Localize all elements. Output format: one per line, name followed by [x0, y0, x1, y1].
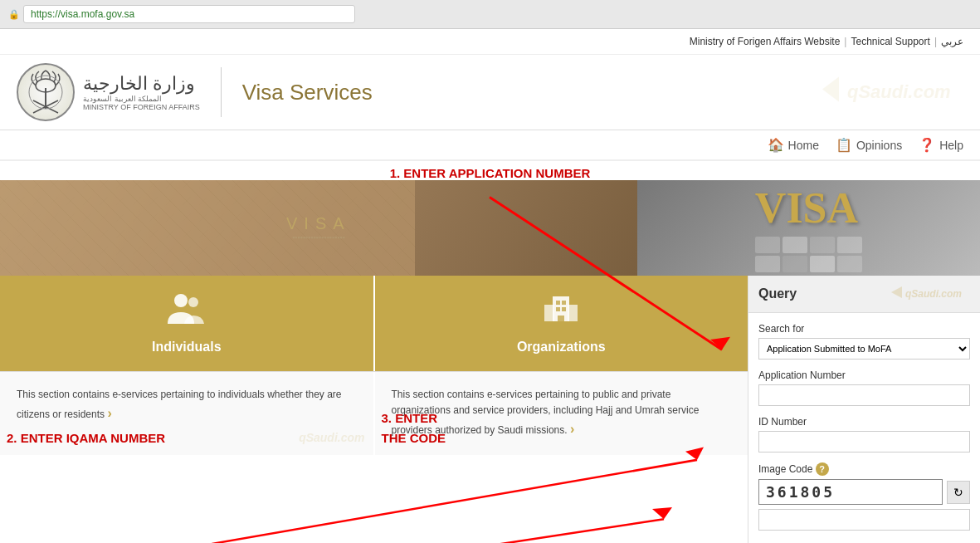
logo-area: وزارة الخارجية المملكة العربية السعودية … — [17, 63, 373, 121]
id-number-input[interactable] — [758, 431, 970, 452]
organizations-label: Organizations — [517, 340, 606, 355]
browser-bar: 🔒 https://visa.mofa.gov.sa — [0, 0, 980, 29]
annotation-step2-text: 2. ENTER IQAMA NUMBER — [7, 428, 165, 448]
nav-help-label: Help — [939, 139, 963, 152]
hero-banner: VISA ▪▪▪▪▪▪▪▪▪▪▪▪▪▪▪▪▪▪▪▪ VISA — [0, 180, 980, 276]
hero-left: VISA ▪▪▪▪▪▪▪▪▪▪▪▪▪▪▪▪▪▪▪▪ — [0, 180, 637, 276]
help-icon: ❓ — [919, 137, 935, 153]
nav-help[interactable]: ❓ Help — [919, 137, 963, 153]
id-number-row: ID Number — [758, 416, 970, 452]
visa-stamp: VISA — [755, 183, 862, 232]
individuals-read-more[interactable]: › — [107, 406, 111, 420]
opinions-icon: 📋 — [836, 137, 852, 153]
hero-right: VISA — [637, 180, 980, 276]
right-panel: Query qSaudi.com Search for Application … — [748, 276, 980, 543]
category-row: Individuals — [0, 276, 748, 372]
svg-point-12 — [188, 297, 198, 307]
individuals-icon — [166, 292, 207, 333]
image-code-row: Image Code ? 361805 ↻ — [758, 462, 970, 531]
refresh-captcha-btn[interactable]: ↻ — [947, 481, 970, 504]
individuals-desc-text: This section contains e-services pertain… — [17, 389, 342, 420]
individuals-category[interactable]: Individuals — [0, 276, 375, 371]
individuals-desc: This section contains e-services pertain… — [0, 372, 375, 455]
header: وزارة الخارجية المملكة العربية السعودية … — [0, 55, 980, 130]
application-number-row: Application Number — [758, 369, 970, 406]
organizations-category[interactable]: Organizations — [375, 276, 748, 371]
emblem — [17, 63, 75, 121]
left-panel: Individuals — [0, 276, 748, 543]
header-watermark: qSaudi.com — [814, 69, 963, 116]
id-number-label: ID Number — [758, 416, 970, 428]
desc-watermark-1: qSaudi.com — [299, 428, 364, 447]
logo-subtitle1: المملكة العربية السعودية — [83, 95, 200, 103]
captcha-row: 361805 ↻ — [758, 479, 970, 505]
svg-marker-6 — [822, 77, 839, 102]
captcha-display: 361805 — [758, 479, 943, 505]
svg-marker-21 — [891, 286, 902, 298]
search-for-label: Search for — [758, 323, 970, 335]
nav-home-label: Home — [788, 139, 819, 152]
svg-rect-19 — [562, 307, 566, 311]
svg-text:qSaudi.com: qSaudi.com — [847, 81, 951, 102]
individuals-label: Individuals — [152, 340, 222, 355]
visa-title: Visa Services — [242, 80, 373, 105]
nav-home[interactable]: 🏠 Home — [768, 137, 819, 153]
svg-rect-18 — [556, 307, 560, 311]
url-bar[interactable]: https://visa.mofa.gov.sa — [23, 5, 355, 23]
annotation-step3-text: 3. ENTERTHE CODE — [382, 408, 446, 448]
header-divider — [221, 67, 222, 117]
main-overlay: VISA ▪▪▪▪▪▪▪▪▪▪▪▪▪▪▪▪▪▪▪▪ VISA — [0, 180, 980, 543]
application-number-input[interactable] — [758, 384, 970, 406]
query-header: Query qSaudi.com — [748, 276, 980, 313]
technical-support-link[interactable]: Technical Support — [851, 36, 929, 47]
nav-opinions[interactable]: 📋 Opinions — [836, 137, 902, 153]
application-number-label: Application Number — [758, 369, 970, 381]
captcha-input[interactable] — [758, 509, 970, 531]
query-watermark: qSaudi.com — [887, 282, 970, 306]
logo-arabic: وزارة الخارجية — [83, 73, 200, 95]
desc-row: This section contains e-services pertain… — [0, 372, 748, 455]
search-for-select[interactable]: Application Submitted to MoFAApplication… — [758, 338, 970, 360]
search-for-row: Search for Application Submitted to MoFA… — [758, 323, 970, 360]
logo-text: وزارة الخارجية المملكة العربية السعودية … — [83, 73, 200, 111]
logo-subtitle2: MINISTRY OF FOREIGN AFFAIRS — [83, 103, 200, 111]
separator-2: | — [934, 36, 937, 47]
nav-opinions-label: Opinions — [856, 139, 902, 152]
lock-icon: 🔒 — [8, 9, 20, 20]
arabic-link[interactable]: عربي — [941, 36, 963, 47]
organizations-read-more[interactable]: › — [570, 422, 574, 436]
annotation-step1-area: 1. ENTER APPLICATION NUMBER — [0, 161, 980, 180]
svg-rect-16 — [556, 301, 560, 305]
query-title: Query — [758, 286, 797, 301]
page-wrapper: 🔒 https://visa.mofa.gov.sa Ministry of F… — [0, 0, 980, 543]
top-bar: Ministry of Forigen Affairs Website | Te… — [0, 29, 980, 55]
svg-rect-17 — [562, 301, 566, 305]
image-code-label: Image Code ? — [758, 462, 970, 476]
help-icon-btn[interactable]: ? — [816, 462, 829, 476]
ministry-link[interactable]: Ministry of Forigen Affairs Website — [690, 36, 841, 47]
svg-text:qSaudi.com: qSaudi.com — [905, 288, 962, 300]
svg-rect-15 — [568, 305, 578, 321]
query-form: Search for Application Submitted to MoFA… — [748, 313, 980, 543]
svg-rect-14 — [544, 305, 554, 321]
separator-1: | — [844, 36, 846, 47]
organizations-icon — [540, 292, 582, 333]
svg-point-11 — [174, 294, 188, 307]
annotation-step1-text: 1. ENTER APPLICATION NUMBER — [390, 166, 591, 180]
svg-rect-7 — [0, 180, 415, 276]
main-content: Individuals — [0, 276, 980, 543]
svg-rect-20 — [558, 316, 564, 321]
organizations-desc: This section contains e-services pertain… — [375, 372, 748, 455]
home-icon: 🏠 — [768, 137, 784, 153]
nav-bar: 🏠 Home 📋 Opinions ❓ Help — [0, 130, 980, 161]
